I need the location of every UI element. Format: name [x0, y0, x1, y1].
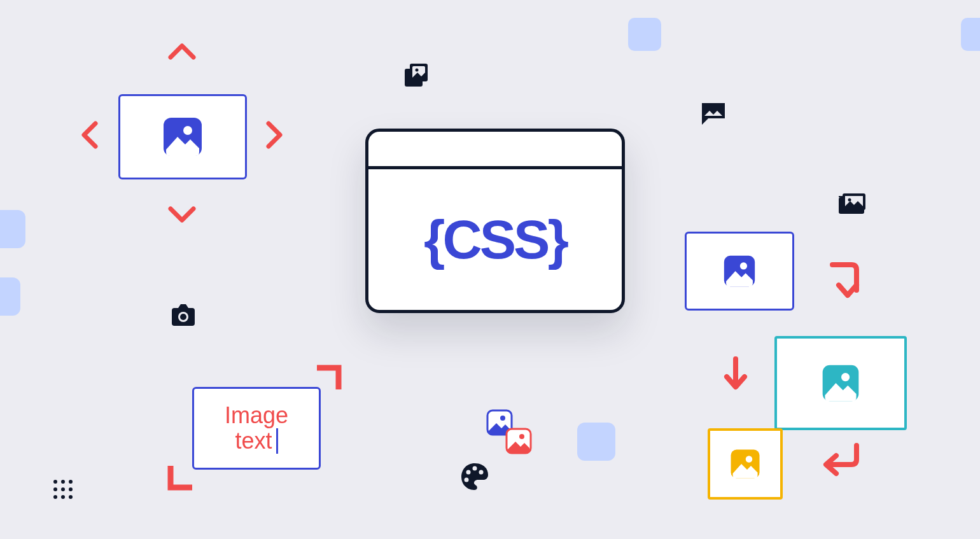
arrow-down-icon: [723, 356, 748, 391]
folder-image-icon: [837, 188, 868, 216]
square-decor-icon: [961, 18, 980, 51]
svg-point-32: [473, 466, 477, 471]
svg-point-0: [53, 480, 57, 484]
image-card: [685, 232, 794, 311]
image-icon: [721, 253, 758, 290]
image-icon: [160, 114, 206, 160]
chevron-left-icon: [79, 120, 101, 150]
svg-point-26: [746, 456, 753, 463]
css-label: {CSS}: [424, 208, 566, 271]
window-titlebar: [368, 132, 622, 169]
chat-image-icon: [699, 101, 727, 126]
svg-point-34: [465, 478, 469, 482]
svg-point-4: [61, 487, 65, 491]
text-cursor-icon: [276, 428, 278, 454]
crop-corner-bottom-left: [167, 466, 192, 491]
svg-point-30: [519, 434, 524, 439]
css-window: {CSS}: [365, 129, 625, 313]
chevron-up-icon: [167, 41, 197, 62]
palette-icon: [459, 461, 491, 493]
svg-point-1: [61, 480, 65, 484]
svg-point-31: [466, 470, 471, 475]
svg-point-10: [183, 126, 192, 135]
drag-handle-icon: [52, 479, 74, 500]
svg-point-14: [416, 69, 419, 72]
arrow-turn-down-icon: [827, 261, 863, 303]
svg-point-20: [180, 314, 186, 320]
image-icon: [819, 361, 862, 405]
svg-point-18: [848, 199, 851, 202]
svg-point-5: [69, 487, 73, 491]
svg-point-33: [479, 470, 484, 475]
svg-point-3: [53, 487, 57, 491]
image-stack-icon: [403, 62, 431, 90]
svg-point-8: [69, 495, 73, 499]
image-icon-small-red: [505, 428, 532, 454]
image-text-card: Image text: [192, 387, 321, 470]
svg-point-2: [69, 480, 73, 484]
chevron-right-icon: [263, 120, 285, 150]
image-card-amber: [708, 428, 783, 500]
image-text-line1: Image: [225, 403, 288, 428]
camera-icon: [168, 303, 199, 330]
svg-point-6: [53, 495, 57, 499]
svg-point-28: [500, 416, 505, 421]
square-decor-icon: [628, 18, 661, 51]
svg-point-24: [841, 373, 850, 381]
square-decor-icon: [0, 210, 25, 248]
svg-point-7: [61, 495, 65, 499]
square-decor-icon: [0, 277, 20, 316]
chevron-down-icon: [167, 204, 197, 225]
image-card: [118, 94, 247, 179]
crop-corner-top-right: [317, 364, 342, 389]
image-text-line2: text: [235, 428, 272, 454]
image-icon: [728, 447, 762, 481]
arrow-return-icon: [820, 442, 862, 477]
image-card-teal: [774, 336, 907, 430]
svg-point-22: [740, 262, 747, 269]
square-decor-icon: [577, 423, 615, 461]
